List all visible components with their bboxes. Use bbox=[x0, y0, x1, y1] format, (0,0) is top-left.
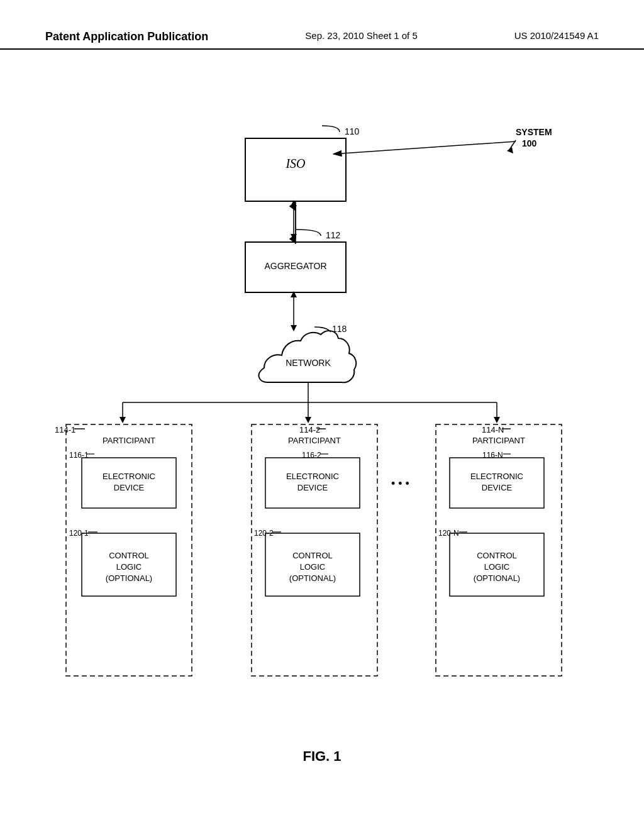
controlN-label3: (OPTIONAL) bbox=[474, 573, 520, 583]
dots-label: • • • bbox=[391, 477, 409, 490]
device2-label2: DEVICE bbox=[297, 483, 328, 492]
participantN-box bbox=[436, 424, 562, 676]
system-number: 100 bbox=[522, 138, 537, 148]
aggregator-label: AGGREGATOR bbox=[264, 261, 326, 271]
date-sheet-label: Sep. 23, 2010 Sheet 1 of 5 bbox=[305, 30, 417, 41]
participant1-label: PARTICIPANT bbox=[103, 436, 155, 445]
participant1-number: 114-1 bbox=[55, 425, 75, 434]
control1-label3: (OPTIONAL) bbox=[106, 573, 152, 583]
page: Patent Application Publication Sep. 23, … bbox=[0, 0, 644, 830]
device2-number: 116-2 bbox=[302, 451, 321, 460]
participantN-number: 114-N bbox=[482, 425, 504, 434]
control1-label2: LOGIC bbox=[116, 562, 142, 572]
publication-label: Patent Application Publication bbox=[45, 30, 208, 43]
arrow-net-center bbox=[305, 417, 311, 423]
control2-label2: LOGIC bbox=[300, 562, 325, 572]
control2-label3: (OPTIONAL) bbox=[289, 573, 336, 583]
fig-label: FIG. 1 bbox=[303, 748, 341, 764]
device1-label1: ELECTRONIC bbox=[103, 472, 155, 481]
deviceN-label2: DEVICE bbox=[482, 483, 513, 492]
control2-label1: CONTROL bbox=[292, 551, 333, 560]
diagram: SYSTEM 100 110 ISO bbox=[0, 69, 644, 799]
system-label: SYSTEM bbox=[516, 127, 552, 137]
participant2-label: PARTICIPANT bbox=[288, 436, 341, 445]
participantN-label: PARTICIPANT bbox=[472, 436, 525, 445]
iso-number: 110 bbox=[345, 126, 360, 136]
arrow-agg-net-down bbox=[291, 325, 297, 331]
deviceN-label1: ELECTRONIC bbox=[470, 472, 523, 481]
arrow-net-right bbox=[494, 417, 500, 423]
network-cloud: NETWORK bbox=[259, 331, 357, 382]
device1-label2: DEVICE bbox=[114, 483, 145, 492]
system-arrow bbox=[333, 141, 516, 154]
agg-number: 112 bbox=[326, 230, 341, 240]
deviceN-number: 116-N bbox=[482, 451, 503, 460]
arrow-net-left bbox=[119, 417, 126, 423]
device2-label1: ELECTRONIC bbox=[286, 472, 339, 481]
participant2-box bbox=[252, 424, 377, 676]
controlN-label2: LOGIC bbox=[484, 562, 509, 572]
iso-label: ISO bbox=[285, 157, 305, 170]
controlN-label1: CONTROL bbox=[477, 551, 517, 560]
device1-number: 116-1 bbox=[69, 451, 89, 460]
network-label: NETWORK bbox=[286, 358, 331, 368]
control1-label1: CONTROL bbox=[109, 551, 149, 560]
header: Patent Application Publication Sep. 23, … bbox=[0, 0, 644, 50]
diagram-svg: SYSTEM 100 110 ISO bbox=[0, 69, 644, 799]
agg-bracket bbox=[296, 230, 321, 236]
participant2-number: 114-2 bbox=[299, 425, 320, 434]
iso-bracket bbox=[322, 126, 340, 132]
participant1-box bbox=[66, 424, 192, 676]
patent-number-label: US 2010/241549 A1 bbox=[514, 30, 599, 41]
